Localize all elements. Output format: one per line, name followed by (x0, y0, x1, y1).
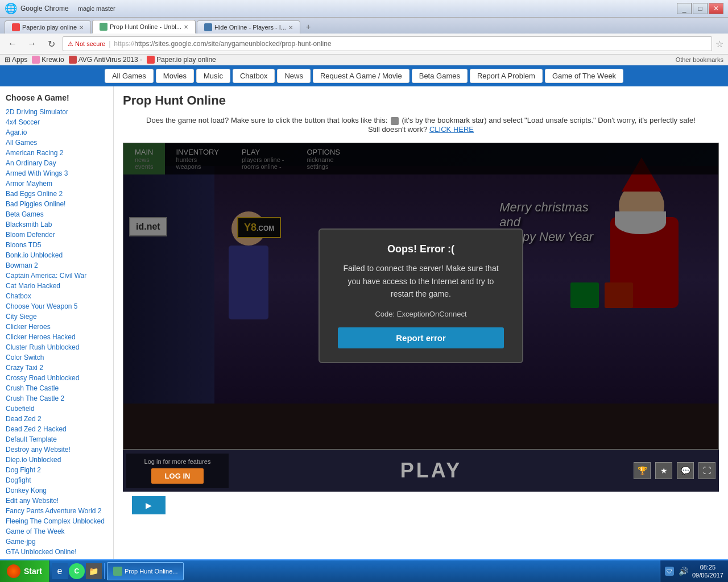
title-bar-text: Google Chrome (20, 5, 69, 13)
sidebar-link[interactable]: Game-jpg (0, 537, 113, 547)
other-bookmarks[interactable]: Other bookmarks (676, 56, 723, 63)
ie-icon[interactable]: e (52, 563, 68, 572)
sidebar-link[interactable]: All Games (0, 138, 113, 148)
sidebar-link[interactable]: Cubefield (0, 404, 113, 414)
taskbar-item-icon (113, 567, 122, 572)
sidebar-link[interactable]: Color Switch (0, 352, 113, 363)
sidebar-link[interactable]: GTA Unblocked Online! (0, 547, 113, 557)
sidebar-link[interactable]: Agar.io (0, 127, 113, 138)
sidebar-link[interactable]: Bowman 2 (0, 260, 113, 271)
sidebar-link[interactable]: Armed With Wings 3 (0, 168, 113, 178)
sidebar-link[interactable]: An Ordinary Day (0, 158, 113, 168)
report-error-button[interactable]: Report error (338, 327, 504, 348)
bookmark-paper[interactable]: Paper.io play online (147, 56, 216, 64)
close-button[interactable]: ✕ (709, 3, 723, 14)
sidebar-link[interactable]: Blacksmith Lab (0, 219, 113, 230)
minimize-button[interactable]: _ (677, 3, 692, 14)
sidebar-link[interactable]: Edit any Website! (0, 496, 113, 506)
sidebar-link[interactable]: Clicker Heroes Hacked (0, 332, 113, 342)
shield-tray-icon[interactable]: 🛡 (665, 567, 674, 572)
tab-paper-io[interactable]: Paper.io play online ✕ (5, 20, 91, 34)
sidebar-link[interactable]: Fleeing The Complex Unblocked (0, 516, 113, 526)
taskbar-item-prop-hunt[interactable]: Prop Hunt Online... (107, 562, 184, 572)
sidebar-link[interactable]: Chatbox (0, 291, 113, 301)
slide-button[interactable]: ▶ (132, 496, 166, 514)
sidebar-link[interactable]: Dead Zed 2 Hacked (0, 424, 113, 434)
nav-movies[interactable]: Movies (156, 69, 194, 83)
start-button[interactable]: Start (0, 560, 49, 572)
refresh-button[interactable]: ↻ (43, 36, 59, 52)
sidebar-link[interactable]: Donkey Kong (0, 485, 113, 496)
sidebar-link[interactable]: American Racing 2 (0, 148, 113, 158)
taskbar-items: Prop Hunt Online... (105, 562, 660, 572)
sidebar-link[interactable]: City Siege (0, 311, 113, 322)
sidebar-link[interactable]: Cluster Rush Unblocked (0, 342, 113, 352)
chat-icon[interactable]: 💬 (677, 462, 694, 479)
folder-icon[interactable]: 📁 (86, 563, 102, 572)
sidebar-link[interactable]: Crush The Castle 2 (0, 393, 113, 404)
nav-all-games[interactable]: All Games (105, 69, 154, 83)
sidebar-link[interactable]: Crazy Taxi 2 (0, 363, 113, 373)
chrome-logo: C (75, 567, 80, 572)
sidebar-link[interactable]: Crush The Castle (0, 383, 113, 393)
nav-report[interactable]: Report A Problem (470, 69, 543, 83)
windows-logo (7, 564, 20, 572)
chrome-icon[interactable]: C (69, 563, 85, 572)
sidebar-link[interactable]: Dogfight (0, 475, 113, 485)
sidebar-link[interactable]: Game of The Week (0, 526, 113, 537)
sidebar-link[interactable]: 2D Driving Simulator (0, 107, 113, 117)
sidebar-link[interactable]: Destroy any Website! (0, 444, 113, 455)
back-button[interactable]: ← (5, 36, 20, 52)
ie-logo: e (57, 566, 62, 572)
sidebar-link[interactable]: Choose Your Weapon 5 (0, 301, 113, 311)
tab-close-hide[interactable]: ✕ (288, 24, 293, 31)
maximize-button[interactable]: □ (693, 3, 708, 14)
nav-beta[interactable]: Beta Games (412, 69, 468, 83)
nav-gotw[interactable]: Game of The Week (545, 69, 623, 83)
sidebar-link[interactable]: Diep.io Unblocked (0, 455, 113, 465)
sidebar-link[interactable]: Clicker Heroes (0, 322, 113, 332)
sidebar-link[interactable]: Cat Mario Hacked (0, 281, 113, 291)
sidebar-link[interactable]: Dead Zed 2 (0, 414, 113, 424)
nav-news[interactable]: News (277, 69, 311, 83)
sidebar-link[interactable]: Default Template (0, 434, 113, 444)
login-button[interactable]: LOG IN (151, 468, 204, 484)
bookmark-star[interactable]: ☆ (715, 39, 723, 49)
forward-button[interactable]: → (24, 36, 40, 52)
tab-hide-online[interactable]: Hide Online - Players - I... ✕ (197, 20, 300, 34)
taskbar-tray: 🛡 🔊 08:25 09/06/2017 (660, 560, 728, 572)
bookmark-krew[interactable]: Krew.io (32, 56, 64, 64)
nav-music[interactable]: Music (196, 69, 230, 83)
bookmark-apps[interactable]: ⊞ Apps (5, 56, 27, 64)
sidebar-link[interactable]: Bad Piggies Online! (0, 199, 113, 209)
sidebar-link[interactable]: Bad Eggs Online 2 (0, 189, 113, 199)
click-here-link[interactable]: CLICK HERE (429, 125, 474, 134)
fullscreen-icon[interactable]: ⛶ (698, 462, 715, 479)
sidebar-link[interactable]: Crossy Road Unblocked (0, 373, 113, 383)
tab-close-paper[interactable]: ✕ (79, 24, 84, 31)
address-text: https://https://sites.google.com/site/an… (114, 40, 707, 48)
nav-request[interactable]: Request A Game / Movie (313, 69, 410, 83)
sidebar-link[interactable]: Armor Mayhem (0, 178, 113, 189)
sidebar-link[interactable]: Bonk.io Unblocked (0, 250, 113, 260)
sidebar-link[interactable]: Captain America: Civil War (0, 271, 113, 281)
krew-favicon (32, 56, 40, 64)
tab-close-prop[interactable]: ✕ (184, 24, 188, 30)
start-label: Start (24, 567, 42, 572)
sidebar-link[interactable]: Beta Games (0, 209, 113, 219)
trophy-icon[interactable]: 🏆 (634, 462, 651, 479)
nav-chatbox[interactable]: Chatbox (233, 69, 275, 83)
address-field[interactable]: ⚠ Not secure | https://https://sites.goo… (63, 36, 712, 51)
tab-prop-hunt[interactable]: Prop Hunt Online - Unbl... ✕ (92, 20, 196, 34)
sidebar-link[interactable]: Fancy Pants Adventure World 2 (0, 506, 113, 516)
sidebar-link[interactable]: 4x4 Soccer (0, 117, 113, 127)
error-title: Oops! Error :( (338, 243, 504, 255)
network-tray-icon[interactable]: 🔊 (679, 567, 688, 572)
new-tab-button[interactable]: + (301, 20, 315, 34)
sidebar-link[interactable]: Dog Fight 2 (0, 465, 113, 475)
bookmark-avg[interactable]: AVG AntiVirus 2013 - (69, 56, 142, 64)
sidebar-link[interactable]: Bloom Defender (0, 230, 113, 240)
sidebar-link[interactable]: Bloons TD5 (0, 240, 113, 250)
star-icon[interactable]: ★ (655, 462, 672, 479)
security-warning: ⚠ Not secure (68, 40, 105, 48)
